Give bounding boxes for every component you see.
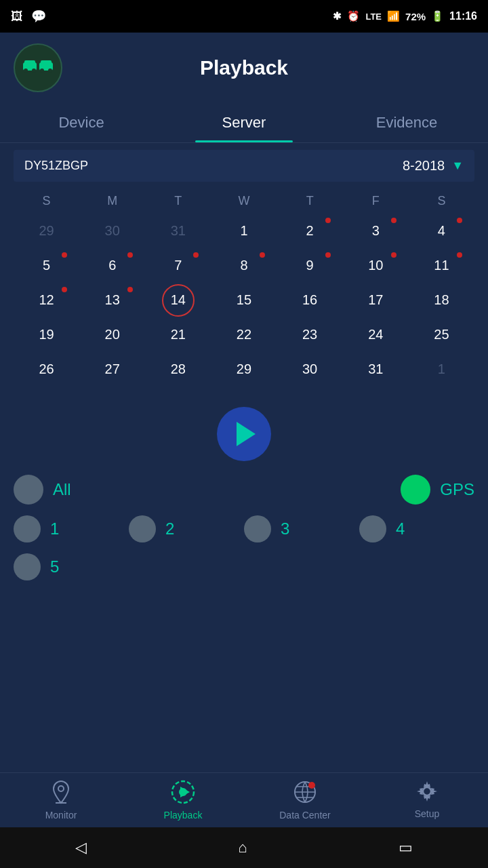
home-button[interactable]: ⌂ [238, 839, 247, 856]
nav-data-center[interactable]: Data Center [244, 780, 366, 821]
channel-3[interactable]: 3 [244, 515, 359, 542]
channel-1[interactable]: 1 [14, 515, 129, 542]
svg-point-2 [24, 68, 28, 73]
recording-dot [325, 218, 331, 223]
data-center-label: Data Center [279, 810, 330, 821]
cal-day-29[interactable]: 29 [211, 352, 277, 387]
cal-day-21[interactable]: 21 [145, 317, 211, 352]
battery-percent: 72% [405, 11, 426, 22]
gps-channel[interactable]: GPS [401, 475, 474, 505]
cal-day-23[interactable]: 23 [277, 317, 343, 352]
cal-day-13[interactable]: 13 [79, 283, 145, 317]
cal-day-9[interactable]: 9 [277, 248, 343, 283]
cal-day-3[interactable]: 3 [343, 214, 409, 248]
day-wed: W [211, 194, 277, 208]
channels-container: All GPS 1 2 3 4 5 [0, 475, 488, 598]
svg-point-3 [32, 68, 36, 73]
channel-2-dot [129, 515, 156, 542]
setup-label: Setup [415, 808, 440, 819]
nav-setup[interactable]: Setup [366, 780, 488, 821]
recording-dot [193, 252, 199, 258]
tab-device[interactable]: Device [0, 103, 163, 142]
channel-3-label: 3 [281, 519, 289, 538]
cal-day-11[interactable]: 11 [409, 248, 474, 283]
svg-point-7 [48, 68, 52, 73]
cal-day-1[interactable]: 1 [409, 352, 474, 387]
cal-day-22[interactable]: 22 [211, 317, 277, 352]
cal-day-17[interactable]: 17 [343, 283, 409, 317]
bluetooth-icon: ✱ [333, 10, 342, 22]
cal-day-14[interactable]: 14 [145, 283, 211, 317]
time-display: 11:16 [449, 10, 477, 22]
cal-day-6[interactable]: 6 [79, 248, 145, 283]
cal-day-1[interactable]: 1 [211, 214, 277, 248]
status-right-icons: ✱ ⏰ LTE 📶 72% 🔋 11:16 [333, 10, 477, 22]
cal-day-19[interactable]: 19 [14, 317, 79, 352]
lte-icon: LTE [365, 12, 382, 22]
numbered-channels: 1 2 3 4 5 [14, 515, 474, 591]
play-button[interactable] [217, 407, 271, 461]
all-channel[interactable]: All [14, 475, 387, 505]
channel-3-dot [244, 515, 271, 542]
cal-day-2[interactable]: 2 [277, 214, 343, 248]
day-sun: S [14, 194, 79, 208]
channel-2[interactable]: 2 [129, 515, 244, 542]
data-center-icon-wrap [293, 780, 317, 807]
cal-day-18[interactable]: 18 [409, 283, 474, 317]
channel-5-label: 5 [50, 557, 59, 576]
status-bar: 🖼 💬 ✱ ⏰ LTE 📶 72% 🔋 11:16 [0, 0, 488, 33]
calendar-grid: 2930311234567891011121314151617181920212… [14, 214, 474, 387]
playback-label: Playback [164, 810, 203, 821]
cal-day-24[interactable]: 24 [343, 317, 409, 352]
cal-day-7[interactable]: 7 [145, 248, 211, 283]
cal-day-8[interactable]: 8 [211, 248, 277, 283]
svg-rect-5 [41, 60, 52, 66]
cal-day-26[interactable]: 26 [14, 352, 79, 387]
svg-point-16 [308, 782, 315, 789]
channel-5-dot [14, 553, 41, 580]
month-dropdown-arrow[interactable]: ▼ [451, 159, 464, 173]
cal-day-10[interactable]: 10 [343, 248, 409, 283]
monitor-label: Monitor [45, 810, 77, 821]
month-selector[interactable]: 8-2018 ▼ [403, 158, 464, 174]
monitor-icon [50, 780, 72, 804]
recording-dot [62, 287, 67, 292]
cal-day-31[interactable]: 31 [145, 214, 211, 248]
channel-5[interactable]: 5 [14, 553, 129, 580]
alarm-icon: ⏰ [347, 10, 360, 22]
bottom-nav: Monitor Playback Data Center [0, 772, 488, 827]
device-id: DY51ZBGP [24, 159, 88, 173]
tab-evidence[interactable]: Evidence [325, 103, 488, 142]
tab-server[interactable]: Server [163, 103, 325, 142]
cal-day-12[interactable]: 12 [14, 283, 79, 317]
playback-icon-wrap [171, 780, 195, 807]
cal-day-27[interactable]: 27 [79, 352, 145, 387]
day-sat: S [409, 194, 474, 208]
nav-monitor[interactable]: Monitor [0, 780, 122, 821]
cal-day-31[interactable]: 31 [343, 352, 409, 387]
day-headers: S M T W T F S [14, 189, 474, 214]
cal-day-29[interactable]: 29 [14, 214, 79, 248]
cal-day-5[interactable]: 5 [14, 248, 79, 283]
cal-day-20[interactable]: 20 [79, 317, 145, 352]
nav-playback[interactable]: Playback [122, 780, 244, 821]
cal-day-30[interactable]: 30 [79, 214, 145, 248]
day-fri: F [343, 194, 409, 208]
all-label: All [53, 480, 71, 499]
cal-day-15[interactable]: 15 [211, 283, 277, 317]
signal-bars: 📶 [387, 10, 400, 22]
cal-day-28[interactable]: 28 [145, 352, 211, 387]
channel-4[interactable]: 4 [359, 515, 474, 542]
all-gps-row: All GPS [14, 475, 474, 505]
cal-day-30[interactable]: 30 [277, 352, 343, 387]
cal-day-4[interactable]: 4 [409, 214, 474, 248]
back-button[interactable]: ◁ [75, 839, 87, 856]
cal-day-16[interactable]: 16 [277, 283, 343, 317]
playback-icon [171, 780, 195, 804]
cal-day-25[interactable]: 25 [409, 317, 474, 352]
recents-button[interactable]: ▭ [399, 839, 413, 856]
tab-bar: Device Server Evidence [0, 103, 488, 143]
photo-icon: 🖼 [11, 9, 23, 24]
channel-2-label: 2 [165, 519, 174, 538]
all-dot [14, 475, 43, 505]
